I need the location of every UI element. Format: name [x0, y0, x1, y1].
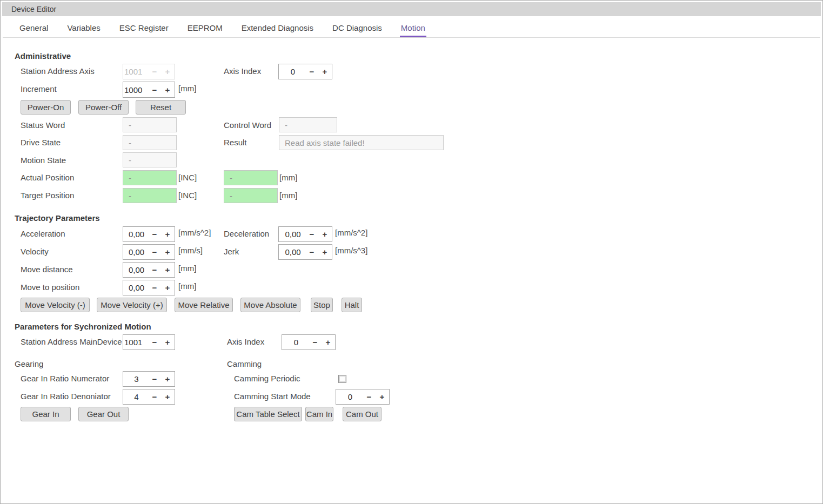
increment-icon[interactable]: +: [160, 247, 175, 257]
cam-in-button[interactable]: Cam In: [305, 407, 333, 421]
actual-position-inc-unit: [INC]: [178, 173, 197, 182]
cam-out-button[interactable]: Cam Out: [343, 407, 382, 421]
sync-axis-index-spinner[interactable]: 0 − +: [282, 334, 336, 350]
jerk-spinner[interactable]: 0,00 − +: [278, 244, 332, 260]
increment-icon[interactable]: +: [160, 338, 175, 347]
increment-value[interactable]: 1000: [123, 85, 149, 95]
sync-axis-index-value[interactable]: 0: [282, 338, 309, 347]
tab-variables[interactable]: Variables: [66, 18, 101, 37]
move-to-position-unit: [mm]: [178, 281, 196, 291]
acceleration-value[interactable]: 0,00: [123, 230, 149, 239]
velocity-value[interactable]: 0,00: [123, 247, 149, 257]
drive-state-label: Drive State: [21, 138, 61, 147]
tab-general[interactable]: General: [18, 18, 49, 37]
axis-index-value[interactable]: 0: [279, 67, 306, 76]
power-off-button[interactable]: Power-Off: [78, 100, 129, 115]
increment-icon[interactable]: +: [321, 338, 335, 347]
move-velocity-plus-button[interactable]: Move Velocity (+): [97, 298, 167, 312]
decrement-icon[interactable]: −: [149, 283, 160, 292]
jerk-unit: [mm/s^3]: [335, 246, 367, 255]
actual-position-mm-unit: [mm]: [279, 173, 297, 182]
gear-in-ratio-denominator-spinner[interactable]: 4 − +: [123, 389, 175, 405]
decrement-icon[interactable]: −: [149, 265, 160, 274]
window-title: Device Editor: [11, 5, 56, 14]
increment-icon[interactable]: +: [318, 247, 332, 257]
increment-spinner[interactable]: 1000 − +: [123, 82, 175, 98]
move-distance-label: Move distance: [21, 265, 73, 274]
move-velocity-minus-button[interactable]: Move Velocity (-): [21, 298, 90, 312]
camming-heading: Camming: [227, 359, 262, 368]
axis-index-spinner[interactable]: 0 − +: [278, 64, 332, 79]
decrement-icon[interactable]: −: [149, 247, 160, 257]
deceleration-value[interactable]: 0,00: [279, 230, 306, 239]
increment-unit: [mm]: [178, 84, 196, 93]
jerk-value[interactable]: 0,00: [279, 247, 306, 257]
station-address-maindevice-spinner[interactable]: 1001 − +: [123, 334, 175, 350]
increment-icon[interactable]: +: [375, 392, 389, 401]
camming-periodic-checkbox[interactable]: [338, 375, 346, 383]
decrement-icon[interactable]: −: [149, 374, 160, 384]
move-to-position-spinner[interactable]: 0,00 − +: [123, 280, 175, 295]
decrement-icon[interactable]: −: [306, 230, 318, 239]
actual-position-inc-field: -: [123, 170, 177, 185]
increment-icon: +: [160, 67, 175, 76]
camming-start-mode-label: Camming Start Mode: [234, 392, 311, 401]
move-absolute-button[interactable]: Move Absolute: [240, 298, 300, 312]
camming-start-mode-value[interactable]: 0: [336, 392, 363, 401]
velocity-label: Velocity: [21, 247, 49, 256]
gear-in-ratio-denominator-label: Gear In Ratio Denoniator: [21, 392, 111, 401]
station-address-axis-label: Station Address Axis: [21, 66, 95, 76]
gear-in-button[interactable]: Gear In: [21, 407, 71, 421]
move-to-position-value[interactable]: 0,00: [123, 283, 149, 292]
gear-out-button[interactable]: Gear Out: [78, 407, 129, 421]
tab-dc-diagnosis[interactable]: DC Diagnosis: [331, 18, 383, 37]
administrative-heading: Administrative: [15, 51, 71, 61]
gear-in-ratio-numerator-label: Gear In Ratio Numerator: [21, 374, 109, 383]
increment-icon[interactable]: +: [318, 230, 332, 239]
decrement-icon[interactable]: −: [149, 230, 160, 239]
motion-state-label: Motion State: [21, 156, 66, 165]
camming-start-mode-spinner[interactable]: 0 − +: [336, 389, 390, 405]
deceleration-spinner[interactable]: 0,00 − +: [278, 226, 332, 242]
increment-icon[interactable]: +: [160, 374, 175, 384]
decrement-icon[interactable]: −: [149, 338, 160, 347]
gear-in-ratio-numerator-spinner[interactable]: 3 − +: [123, 371, 175, 387]
tab-eeprom[interactable]: EEPROM: [186, 18, 224, 37]
cam-table-select-button[interactable]: Cam Table Select: [234, 407, 302, 421]
target-position-label: Target Position: [21, 191, 74, 200]
decrement-icon[interactable]: −: [149, 85, 160, 95]
reset-button[interactable]: Reset: [136, 100, 186, 115]
tab-extended-diagnosis[interactable]: Extended Diagnosis: [240, 18, 315, 37]
axis-index-label: Axis Index: [224, 66, 261, 76]
decrement-icon[interactable]: −: [363, 392, 375, 401]
drive-state-field: -: [123, 135, 177, 150]
decrement-icon[interactable]: −: [306, 67, 318, 76]
increment-icon[interactable]: +: [160, 392, 175, 401]
velocity-spinner[interactable]: 0,00 − +: [123, 244, 175, 260]
decrement-icon[interactable]: −: [306, 247, 318, 257]
target-position-inc-unit: [INC]: [178, 191, 197, 200]
increment-icon[interactable]: +: [160, 283, 175, 292]
tab-motion[interactable]: Motion: [400, 18, 426, 37]
move-distance-value[interactable]: 0,00: [123, 265, 149, 274]
increment-icon[interactable]: +: [160, 85, 175, 95]
stop-button[interactable]: Stop: [311, 298, 333, 312]
increment-label: Increment: [21, 84, 57, 93]
acceleration-label: Acceleration: [21, 229, 65, 238]
increment-icon[interactable]: +: [318, 67, 332, 76]
gear-in-ratio-denominator-value[interactable]: 4: [123, 392, 149, 401]
gear-in-ratio-numerator-value[interactable]: 3: [123, 374, 149, 384]
halt-button[interactable]: Halt: [342, 298, 362, 312]
sync-axis-index-label: Axis Index: [227, 337, 264, 346]
increment-icon[interactable]: +: [160, 265, 175, 274]
trajectory-parameters-heading: Trajectory Parameters: [15, 213, 100, 223]
decrement-icon[interactable]: −: [309, 338, 321, 347]
move-distance-spinner[interactable]: 0,00 − +: [123, 262, 175, 278]
move-relative-button[interactable]: Move Relative: [175, 298, 233, 312]
increment-icon[interactable]: +: [160, 230, 175, 239]
station-address-maindevice-value[interactable]: 1001: [123, 338, 149, 347]
power-on-button[interactable]: Power-On: [21, 100, 71, 115]
acceleration-spinner[interactable]: 0,00 − +: [123, 226, 175, 242]
tab-esc-register[interactable]: ESC Register: [118, 18, 170, 37]
decrement-icon[interactable]: −: [149, 392, 160, 401]
